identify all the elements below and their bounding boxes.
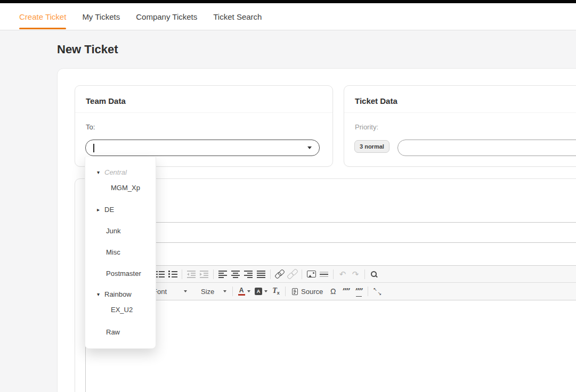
- dropdown-item-mgm-xp[interactable]: MGM_Xp: [85, 182, 156, 193]
- dropdown-item-junk[interactable]: Junk: [85, 225, 156, 236]
- toolbar-separator: [285, 287, 286, 296]
- image-icon: [307, 271, 316, 277]
- font-combo[interactable]: Font: [152, 285, 190, 298]
- horizontal-rule-icon: [320, 271, 328, 278]
- chevron-down-icon: [264, 290, 267, 292]
- link-icon: [275, 270, 285, 278]
- align-justify-icon: [257, 271, 265, 278]
- chevron-down-icon: [223, 290, 226, 292]
- remove-format-button[interactable]: [270, 285, 282, 298]
- tab-ticket-search[interactable]: Ticket Search: [213, 3, 262, 30]
- align-left-icon: [218, 271, 227, 278]
- quote-author-button[interactable]: [352, 285, 365, 298]
- chevron-down-icon[interactable]: [307, 146, 312, 149]
- unlink-icon: [288, 270, 297, 278]
- dropdown-item-rainbow[interactable]: ▾Rainbow: [85, 289, 156, 299]
- editor-toolbar-row2: FontSizeSourceΩ: [86, 283, 576, 300]
- redo-button: [349, 268, 362, 281]
- indent-icon: [200, 271, 208, 278]
- toolbar-separator: [270, 270, 271, 279]
- indent-button: [198, 268, 210, 281]
- redo-icon: [352, 270, 359, 279]
- tab-create-ticket[interactable]: Create Ticket: [19, 3, 66, 30]
- toolbar-separator: [302, 270, 302, 279]
- page-title: New Ticket: [57, 43, 118, 56]
- toolbar-separator: [364, 270, 365, 279]
- rich-text-editor: FontSizeSourceΩ: [85, 265, 576, 392]
- source-button-label: Source: [301, 288, 323, 296]
- team-data-card: Team Data To:: [75, 85, 333, 167]
- toolbar-separator: [368, 287, 368, 296]
- collapse-caret-icon[interactable]: ▾: [97, 291, 104, 297]
- dropdown-item-ex-u2[interactable]: EX_U2: [85, 304, 156, 315]
- to-label: To:: [86, 123, 95, 131]
- form-field-1[interactable]: [85, 208, 576, 223]
- find-button[interactable]: [368, 268, 380, 281]
- source-icon: [292, 288, 298, 295]
- text-cursor: [93, 144, 94, 152]
- quote-button[interactable]: [339, 285, 352, 298]
- dropdown-item-misc[interactable]: Misc: [85, 247, 156, 257]
- quote-icon: [343, 285, 350, 297]
- horizontal-rule-button[interactable]: [318, 268, 330, 281]
- dropdown-item-de[interactable]: ▸DE: [85, 204, 156, 215]
- team-data-title: Team Data: [86, 96, 126, 105]
- ticket-data-header: Ticket Data: [344, 86, 576, 113]
- dropdown-item-label: EX_U2: [111, 306, 133, 314]
- align-right-icon: [244, 271, 253, 278]
- main-nav: Create Ticket My Tickets Company Tickets…: [0, 3, 576, 30]
- bg-color-button[interactable]: [253, 285, 270, 298]
- special-char-button[interactable]: Ω: [327, 285, 339, 298]
- editor-body[interactable]: [85, 300, 576, 392]
- dropdown-item-label: Central: [104, 168, 127, 176]
- dropdown-item-label: MGM_Xp: [111, 184, 140, 192]
- tab-company-tickets[interactable]: Company Tickets: [136, 3, 197, 30]
- text-color-button[interactable]: [236, 285, 253, 298]
- maximize-button[interactable]: [371, 285, 384, 298]
- bulleted-list-button[interactable]: [166, 268, 179, 281]
- priority-input[interactable]: [397, 140, 576, 156]
- app-window: Create Ticket My Tickets Company Tickets…: [0, 0, 576, 392]
- unlink-button: [286, 268, 299, 281]
- toolbar-separator: [333, 270, 334, 279]
- priority-chip[interactable]: 3 normal: [354, 140, 390, 153]
- to-input[interactable]: [85, 140, 320, 156]
- dropdown-item-label: DE: [104, 206, 114, 214]
- to-dropdown-panel: ▾CentralMGM_Xp▸DEJunkMiscPostmaster▾Rain…: [85, 157, 156, 349]
- align-justify-button[interactable]: [255, 268, 267, 281]
- dropdown-item-label: Rainbow: [104, 290, 132, 298]
- size-combo-label: Size: [201, 288, 214, 296]
- outdent-icon: [187, 271, 196, 278]
- image-button[interactable]: [305, 268, 318, 281]
- dropdown-item-central[interactable]: ▾Central: [85, 167, 156, 177]
- link-button[interactable]: [273, 268, 286, 281]
- special-char-icon: Ω: [330, 288, 336, 295]
- maximize-icon: [374, 288, 381, 295]
- align-center-button[interactable]: [229, 268, 242, 281]
- dropdown-item-label: Postmaster: [106, 270, 141, 277]
- dropdown-item-postmaster[interactable]: Postmaster: [85, 268, 156, 279]
- chevron-down-icon: [247, 290, 250, 292]
- outdent-button: [185, 268, 198, 281]
- dropdown-item-raw[interactable]: Raw: [85, 326, 156, 337]
- remove-format-icon: [272, 287, 280, 296]
- expand-caret-icon[interactable]: ▸: [97, 207, 104, 213]
- dropdown-item-label: Junk: [106, 227, 120, 235]
- form-field-2[interactable]: [85, 228, 576, 243]
- size-combo[interactable]: Size: [194, 285, 230, 298]
- undo-button: [336, 268, 349, 281]
- text-color-icon: [238, 288, 245, 296]
- dropdown-item-label: Misc: [106, 248, 120, 256]
- chevron-down-icon: [184, 290, 187, 292]
- editor-toolbar: FontSizeSourceΩ: [85, 265, 576, 300]
- dropdown-item-label: Raw: [106, 328, 120, 336]
- ticket-data-title: Ticket Data: [355, 96, 397, 105]
- align-left-button[interactable]: [216, 268, 229, 281]
- align-right-button[interactable]: [242, 268, 255, 281]
- bg-color-icon: [255, 288, 262, 295]
- source-button[interactable]: Source: [288, 285, 327, 298]
- quote-author-icon: [355, 285, 362, 297]
- collapse-caret-icon[interactable]: ▾: [97, 169, 104, 175]
- tab-my-tickets[interactable]: My Tickets: [82, 3, 120, 30]
- bulleted-list-icon: [168, 270, 177, 278]
